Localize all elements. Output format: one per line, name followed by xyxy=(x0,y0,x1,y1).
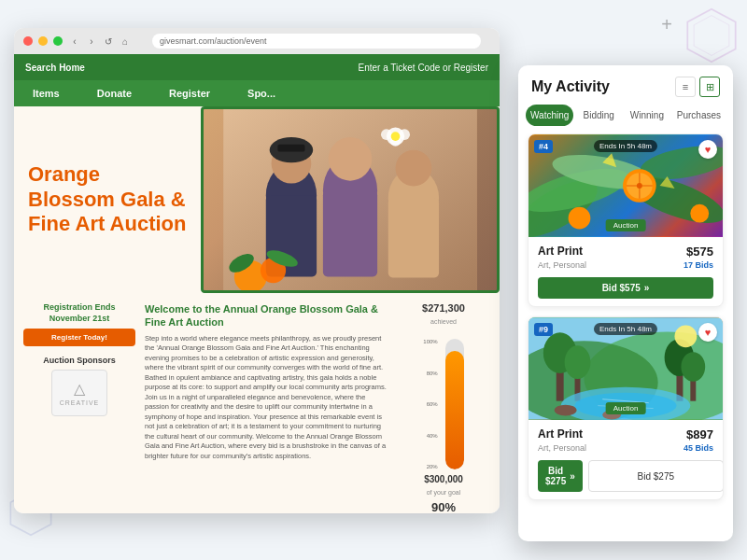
card-1-badge: Auction xyxy=(606,219,646,231)
browser-address-bar[interactable]: givesmart.com/auction/event xyxy=(152,34,481,49)
hero-title-area: Orange Blossom Gala & Fine Art Auction xyxy=(14,106,201,293)
card-1-bids: 17 Bids xyxy=(684,260,713,270)
registration-box: Registration Ends November 21st Register… xyxy=(23,302,135,346)
svg-rect-26 xyxy=(323,190,377,276)
browser-refresh-btn[interactable]: ↺ xyxy=(102,35,115,48)
percent-label: 90% xyxy=(431,500,456,513)
nav-items[interactable]: Items xyxy=(14,80,78,106)
card-2-price: $897 xyxy=(686,427,713,441)
card-1-title-row: Art Print $575 xyxy=(538,245,713,259)
therm-labels: 100% 80% 60% 40% 20% xyxy=(423,339,437,469)
registration-title: Registration Ends November 21st xyxy=(23,302,135,324)
achieved-label: achieved xyxy=(430,318,457,325)
activity-items-list: Ends In 5h 48m #4 Auction ♥ Art Print $5… xyxy=(518,133,733,511)
goal-amount: $300,000 xyxy=(424,474,463,484)
sponsor-logo-symbol: △ xyxy=(74,380,85,398)
register-today-button[interactable]: Register Today! xyxy=(23,329,135,346)
card-2-bid-input[interactable] xyxy=(588,460,724,492)
browser-forward-btn[interactable]: › xyxy=(85,35,98,48)
svg-point-25 xyxy=(329,137,373,181)
browser-minimize-btn[interactable] xyxy=(38,36,48,46)
browser-titlebar: ‹ › ↺ ⌂ givesmart.com/auction/event xyxy=(14,28,500,54)
nav-donate[interactable]: Donate xyxy=(78,80,150,106)
card-1-heart-btn[interactable]: ♥ xyxy=(698,140,717,159)
hero-title: Orange Blossom Gala & Fine Art Auction xyxy=(28,162,187,236)
card-2-subtitle-row: Art, Personal 45 Bids xyxy=(538,443,713,453)
card-2-heart-btn[interactable]: ♥ xyxy=(698,323,717,342)
svg-rect-29 xyxy=(388,198,439,277)
thermometer-column: $271,300 achieved 100% 80% 60% 40% 20% xyxy=(397,302,490,513)
card-1-body: Art Print $575 Art, Personal 17 Bids Bid… xyxy=(529,237,723,306)
thermometer xyxy=(445,339,464,469)
card-1-subtitle-row: Art, Personal 17 Bids xyxy=(538,260,713,270)
tab-bidding[interactable]: Bidding xyxy=(575,105,622,126)
nav-sponsors[interactable]: Spo... xyxy=(229,80,294,106)
browser-nav-buttons: ‹ › ↺ ⌂ xyxy=(68,35,132,48)
activity-tabs: Watching Bidding Winning Purchases xyxy=(518,105,733,126)
card-2-badge: Auction xyxy=(606,402,646,414)
card-1-name: Art Print xyxy=(538,245,583,258)
card-1-actions: Bid $575 » xyxy=(538,277,713,299)
svg-point-63 xyxy=(565,345,591,379)
browser-window: ‹ › ↺ ⌂ givesmart.com/auction/event Sear… xyxy=(14,28,500,513)
card-2-name: Art Print xyxy=(538,427,583,441)
card-1-bid-btn[interactable]: Bid $575 » xyxy=(538,277,713,299)
card-2-number: #9 xyxy=(534,323,553,336)
site-content: Search Home Enter a Ticket Code or Regis… xyxy=(14,54,500,513)
plus-icon-top: + xyxy=(661,14,672,35)
activity-card-1: Ends In 5h 48m #4 Auction ♥ Art Print $5… xyxy=(528,133,724,307)
hex-decoration-top-right xyxy=(684,7,740,63)
browser-close-btn[interactable] xyxy=(23,36,33,46)
thermometer-fill xyxy=(445,351,464,469)
nav-register[interactable]: Register xyxy=(150,80,229,106)
thermometer-wrap: 100% 80% 60% 40% 20% xyxy=(423,329,463,469)
welcome-title: Welcome to the Annual Orange Blossom Gal… xyxy=(145,302,388,329)
card-2-timer: Ends In 5h 48m xyxy=(594,323,657,335)
tab-watching[interactable]: Watching xyxy=(526,105,573,126)
middle-column: Welcome to the Annual Orange Blossom Gal… xyxy=(145,302,388,513)
card-1-number: #4 xyxy=(534,140,553,153)
svg-point-53 xyxy=(690,204,709,223)
browser-url: givesmart.com/auction/event xyxy=(160,36,267,46)
card-1-image: Ends In 5h 48m #4 Auction ♥ xyxy=(529,134,723,237)
card-2-bid-btn[interactable]: Bid $275 » xyxy=(538,460,583,492)
sponsor-logo-text: CREATIVE xyxy=(60,399,100,406)
sponsors-box: Auction Sponsors △ CREATIVE xyxy=(23,356,135,416)
site-search-bar: Search Home Enter a Ticket Code or Regis… xyxy=(14,54,500,80)
card-2-body: Art Print $897 Art, Personal 45 Bids Bid… xyxy=(529,420,723,499)
view-toggle-buttons: ≡ ⊞ xyxy=(675,77,720,97)
browser-maximize-btn[interactable] xyxy=(53,36,63,46)
content-area: Registration Ends November 21st Register… xyxy=(14,293,500,513)
card-1-price: $575 xyxy=(686,245,713,259)
card-1-timer: Ends In 5h 48m xyxy=(594,140,657,152)
activity-header: My Activity ≡ ⊞ xyxy=(518,65,733,105)
svg-point-40 xyxy=(391,132,401,141)
sponsors-title: Auction Sponsors xyxy=(23,356,135,365)
ticket-register-link[interactable]: Enter a Ticket Code or Register xyxy=(358,63,488,73)
svg-rect-31 xyxy=(277,145,304,152)
search-home-btn[interactable]: Search Home xyxy=(25,63,85,73)
card-2-image: Ends In 5h 48m #9 Auction ♥ xyxy=(529,317,723,420)
svg-point-38 xyxy=(399,129,410,140)
left-column: Registration Ends November 21st Register… xyxy=(23,302,135,513)
svg-marker-0 xyxy=(687,9,735,63)
hero-section: Orange Blossom Gala & Fine Art Auction xyxy=(14,106,500,293)
grid-view-btn[interactable]: ⊞ xyxy=(699,77,720,97)
hero-photo xyxy=(201,106,500,293)
site-navigation: Items Donate Register Spo... xyxy=(14,80,500,106)
svg-point-73 xyxy=(555,405,577,416)
card-2-title-row: Art Print $897 xyxy=(538,427,713,441)
hero-image-area xyxy=(201,106,500,293)
browser-back-btn[interactable]: ‹ xyxy=(68,35,81,48)
goal-label: of your goal xyxy=(427,489,461,496)
browser-home-btn[interactable]: ⌂ xyxy=(119,35,132,48)
tab-winning[interactable]: Winning xyxy=(624,105,670,126)
activity-card-2: Ends In 5h 48m #9 Auction ♥ Art Print $8… xyxy=(528,316,724,500)
site-main-content: Orange Blossom Gala & Fine Art Auction xyxy=(14,106,500,513)
svg-point-67 xyxy=(681,352,705,382)
welcome-text: Step into a world where elegance meets p… xyxy=(145,334,388,462)
svg-point-37 xyxy=(381,129,392,140)
card-2-actions: Bid $275 » xyxy=(538,460,713,492)
tab-purchases[interactable]: Purchases xyxy=(672,105,726,126)
list-view-btn[interactable]: ≡ xyxy=(675,77,696,97)
